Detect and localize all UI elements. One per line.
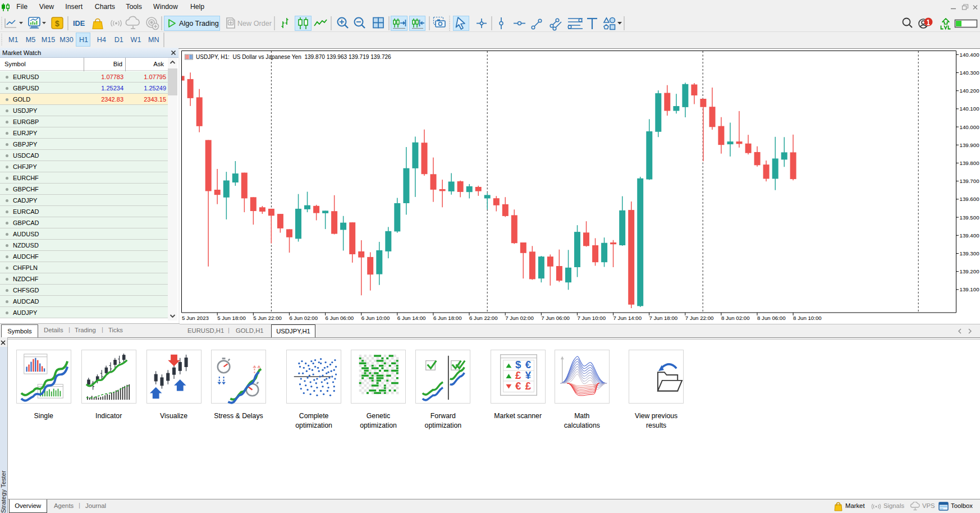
svg-text:7 Jun 10:00: 7 Jun 10:00 [577,315,606,321]
svg-text:5 Jun 22:00: 5 Jun 22:00 [253,315,282,321]
svg-text:140.000: 140.000 [960,124,980,130]
svg-text:5 Jun 18:00: 5 Jun 18:00 [217,315,246,321]
svg-text:7 Jun 02:00: 7 Jun 02:00 [505,315,534,321]
svg-text:5 Jun 2023: 5 Jun 2023 [182,315,209,321]
svg-text:139.500: 139.500 [960,214,980,221]
svg-text:€: € [515,379,521,391]
svg-text:8 Jun 10:00: 8 Jun 10:00 [793,315,822,321]
svg-text:6 Jun 22:00: 6 Jun 22:00 [469,315,498,321]
svg-text:6 Jun 10:00: 6 Jun 10:00 [361,315,390,321]
svg-text:139.200: 139.200 [960,268,980,274]
svg-text:8 Jun 06:00: 8 Jun 06:00 [757,315,786,321]
svg-text:139.600: 139.600 [960,196,980,202]
svg-text:7 Jun 18:00: 7 Jun 18:00 [649,315,678,321]
svg-text:7 Jun 22:00: 7 Jun 22:00 [685,315,714,321]
svg-text:6 Jun 02:00: 6 Jun 02:00 [289,315,318,321]
svg-text:7 Jun 06:00: 7 Jun 06:00 [541,315,570,321]
svg-text:140.400: 140.400 [960,52,980,58]
svg-text:139.900: 139.900 [960,142,980,148]
svg-text:139.400: 139.400 [960,232,980,239]
svg-text:139.100: 139.100 [960,286,980,292]
svg-text:140.200: 140.200 [960,88,980,94]
svg-text:6 Jun 18:00: 6 Jun 18:00 [433,315,462,321]
svg-text:8 Jun 02:00: 8 Jun 02:00 [721,315,750,321]
svg-text:140.300: 140.300 [960,70,980,76]
svg-text:7 Jun 14:00: 7 Jun 14:00 [613,315,642,321]
svg-text:6 Jun 06:00: 6 Jun 06:00 [326,315,354,321]
svg-text:139.700: 139.700 [960,178,980,184]
svg-text:139.800: 139.800 [960,160,980,166]
svg-text:140.100: 140.100 [960,106,980,112]
svg-text:6 Jun 14:00: 6 Jun 14:00 [397,315,426,321]
svg-text:£: £ [525,379,531,391]
svg-text:139.300: 139.300 [960,250,980,256]
svg-text:USDJPY, H1: US Dollar vs Japa: USDJPY, H1: US Dollar vs Japanese Yen 13… [196,54,391,60]
